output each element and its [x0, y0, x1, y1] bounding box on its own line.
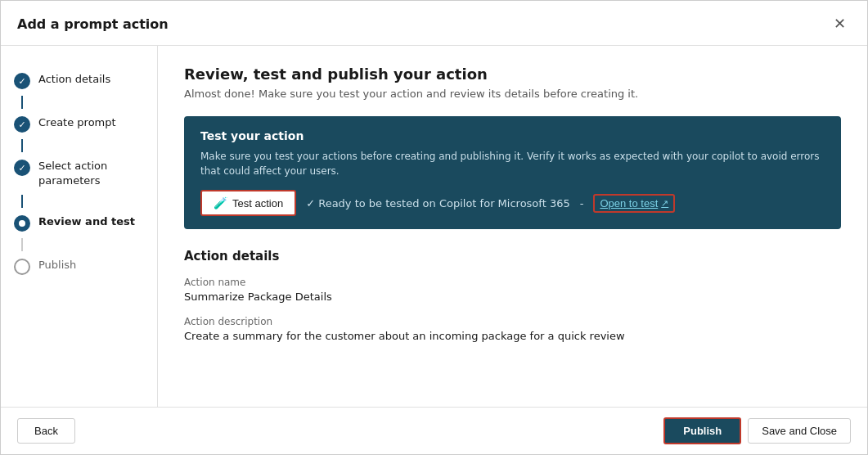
step-label-publish: Publish [38, 258, 76, 273]
action-details-section-title: Action details [184, 249, 841, 264]
test-panel: Test your action Make sure you test your… [184, 116, 841, 229]
sidebar-item-publish[interactable]: Publish [1, 251, 157, 282]
test-action-button[interactable]: 🧪 Test action [200, 190, 296, 216]
ready-text: ✓ Ready to be tested on Copilot for Micr… [306, 197, 570, 209]
dialog: Add a prompt action ✕ ✓ Action details ✓… [0, 0, 868, 455]
back-button[interactable]: Back [17, 418, 75, 444]
action-name-value: Summarize Package Details [184, 291, 841, 303]
dialog-footer: Back Publish Save and Close [1, 407, 867, 454]
step-indicator-publish [14, 259, 30, 275]
action-description-label: Action description [184, 316, 841, 327]
test-panel-description: Make sure you test your actions before c… [200, 149, 825, 178]
sidebar-item-action-details[interactable]: ✓ Action details [1, 65, 157, 96]
check-icon-2: ✓ [18, 119, 25, 130]
test-panel-title: Test your action [200, 129, 825, 142]
sidebar: ✓ Action details ✓ Create prompt ✓ Selec… [1, 46, 158, 407]
step-label-create-prompt: Create prompt [38, 115, 116, 130]
sidebar-item-review-and-test[interactable]: Review and test [1, 208, 157, 238]
save-close-button[interactable]: Save and Close [748, 418, 851, 444]
step-label-select-action-parameters: Select action parameters [38, 159, 144, 188]
sidebar-item-create-prompt[interactable]: ✓ Create prompt [1, 109, 157, 139]
close-button[interactable]: ✕ [828, 12, 851, 35]
page-title: Review, test and publish your action [184, 65, 841, 83]
open-to-test-button[interactable]: Open to test ↗ [593, 194, 675, 213]
step-indicator-select-action-parameters: ✓ [14, 160, 30, 176]
connector-2 [21, 139, 23, 152]
step-label-action-details: Action details [38, 72, 110, 87]
active-dot [19, 220, 25, 227]
step-indicator-create-prompt: ✓ [14, 116, 30, 133]
dialog-body: ✓ Action details ✓ Create prompt ✓ Selec… [1, 46, 867, 407]
footer-right: Publish Save and Close [663, 417, 851, 444]
action-details-section: Action details Action name Summarize Pac… [184, 249, 841, 342]
dialog-title: Add a prompt action [17, 16, 169, 32]
step-indicator-action-details: ✓ [14, 73, 30, 89]
publish-button[interactable]: Publish [663, 417, 741, 444]
page-subtitle: Almost done! Make sure you test your act… [184, 88, 841, 100]
action-description-value: Create a summary for the customer about … [184, 330, 841, 342]
check-icon: ✓ [18, 76, 25, 87]
connector-3 [21, 195, 23, 208]
action-name-label: Action name [184, 277, 841, 288]
separator: - [580, 197, 584, 209]
connector-1 [21, 96, 23, 109]
test-panel-actions: 🧪 Test action ✓ Ready to be tested on Co… [200, 190, 825, 216]
check-icon-3: ✓ [18, 163, 25, 173]
close-icon: ✕ [834, 15, 846, 33]
sidebar-item-select-action-parameters[interactable]: ✓ Select action parameters [1, 152, 157, 195]
connector-4 [21, 238, 23, 251]
flask-icon: 🧪 [214, 196, 227, 209]
step-indicator-review-and-test [14, 215, 30, 232]
main-content: Review, test and publish your action Alm… [158, 46, 867, 407]
external-link-icon: ↗ [661, 198, 668, 209]
dialog-header: Add a prompt action ✕ [1, 1, 867, 46]
step-label-review-and-test: Review and test [38, 214, 135, 229]
